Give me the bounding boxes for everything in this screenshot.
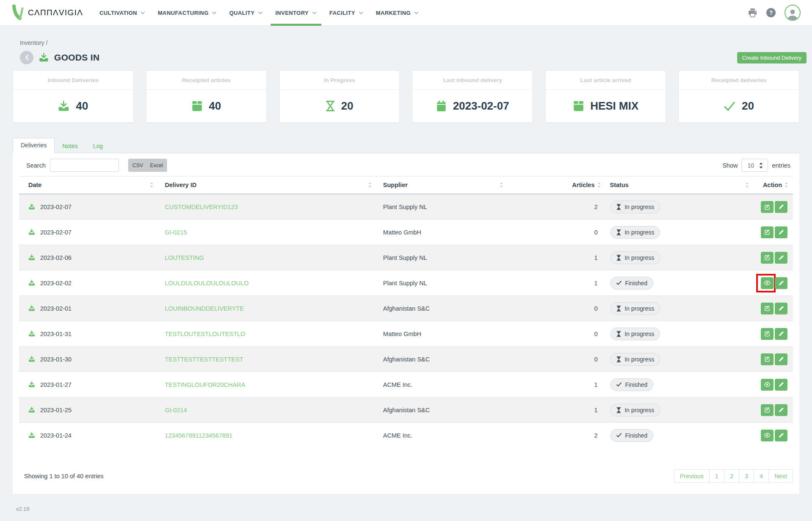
- edit-button[interactable]: [775, 277, 787, 289]
- status-label: Finished: [625, 432, 647, 439]
- column-header-articles[interactable]: Articles: [507, 176, 602, 194]
- receipt-button[interactable]: [761, 353, 774, 365]
- search-label: Search: [26, 162, 46, 169]
- delivery-id-link[interactable]: TESTTESTTESTTESTTEST: [165, 356, 243, 363]
- receipt-button[interactable]: [761, 201, 774, 213]
- sort-icon: [150, 182, 154, 188]
- pagination-next[interactable]: Next: [768, 469, 793, 483]
- stat-value: 40: [209, 99, 221, 113]
- status-label: In progress: [625, 229, 654, 236]
- column-header-action[interactable]: Action: [753, 176, 793, 194]
- tab-log[interactable]: Log: [85, 139, 110, 153]
- edit-button[interactable]: [775, 379, 787, 391]
- print-icon[interactable]: [748, 8, 757, 17]
- nav-quality[interactable]: QUALITY: [223, 0, 269, 26]
- status-label: In progress: [625, 331, 654, 337]
- tab-notes[interactable]: Notes: [55, 139, 85, 153]
- view-button[interactable]: [761, 430, 774, 441]
- delivery-date: 2023-02-02: [40, 280, 71, 287]
- leaf-icon: [11, 5, 24, 21]
- edit-button[interactable]: [775, 353, 787, 365]
- breadcrumb[interactable]: Inventory /: [20, 26, 799, 46]
- receipt-button[interactable]: [761, 328, 774, 340]
- delivery-id-link[interactable]: LOUINBOUNDDELIVERYTE: [165, 305, 244, 312]
- status-label: In progress: [625, 356, 654, 363]
- articles-cell: 2: [507, 423, 602, 448]
- nav-manufacturing[interactable]: MANUFACTURING: [151, 0, 223, 26]
- delivery-id-link[interactable]: GI-0214: [165, 407, 187, 413]
- pagination-page-4[interactable]: 4: [754, 469, 769, 483]
- delivery-id-link[interactable]: GI-0215: [165, 229, 187, 236]
- status-badge: In progress: [610, 328, 660, 340]
- csv-button[interactable]: CSV: [128, 159, 147, 172]
- nav-cultivation[interactable]: CULTIVATION: [93, 0, 151, 26]
- brand-logo[interactable]: CΛΠΠΛVIGIΛ: [11, 5, 83, 21]
- delivery-date: 2023-01-27: [40, 381, 71, 388]
- delivery-id-link[interactable]: 12345678911234567891: [165, 432, 233, 439]
- edit-button[interactable]: [775, 328, 787, 340]
- edit-button[interactable]: [775, 226, 787, 238]
- chevron-down-icon: [140, 11, 145, 14]
- stat-card-last-inbound-delivery: Last Inbound delivery 2023-02-07: [412, 70, 533, 123]
- table-row: 2023-01-31 TESTLOUTESTLOUTESTLO Matteo G…: [19, 321, 793, 347]
- articles-cell: 2: [507, 194, 602, 220]
- status-label: In progress: [625, 204, 654, 210]
- hourglass-icon: [616, 356, 621, 362]
- column-header-supplier[interactable]: Supplier: [376, 176, 507, 194]
- delivery-id-link[interactable]: TESTINGLOUFOR20CHARA: [165, 381, 245, 388]
- date-cell: 2023-01-31: [19, 321, 157, 347]
- date-cell: 2023-02-01: [19, 296, 157, 321]
- calendar-icon: [436, 101, 447, 112]
- pagination-page-2[interactable]: 2: [724, 469, 739, 483]
- edit-button[interactable]: [775, 303, 787, 314]
- main-nav: CULTIVATION MANUFACTURING QUALITY INVENT…: [93, 0, 425, 26]
- view-button[interactable]: [761, 379, 774, 391]
- nav-inventory[interactable]: INVENTORY: [269, 0, 323, 26]
- edit-button[interactable]: [775, 430, 787, 441]
- articles-cell: 0: [507, 321, 602, 347]
- search-input[interactable]: [50, 159, 119, 172]
- stat-label: Last Inbound delivery: [412, 71, 532, 90]
- hourglass-icon: [326, 100, 335, 112]
- stat-value: 20: [742, 99, 754, 113]
- articles-cell: 1: [507, 372, 602, 397]
- stat-value: 2023-02-07: [453, 99, 509, 113]
- nav-marketing[interactable]: MARKETING: [370, 0, 425, 26]
- table-row: 2023-02-06 LOUTESTING Plant Supply NL 1 …: [19, 245, 793, 270]
- receipt-button[interactable]: [761, 252, 774, 264]
- back-button[interactable]: [20, 51, 33, 64]
- tab-deliveries[interactable]: Deliveries: [13, 138, 55, 153]
- date-cell: 2023-02-07: [19, 220, 157, 245]
- receipt-button[interactable]: [761, 404, 774, 416]
- pagination-page-1[interactable]: 1: [709, 469, 724, 483]
- entries-summary: Showing 1 to 10 of 40 entries: [19, 473, 104, 480]
- view-button[interactable]: [761, 277, 774, 289]
- edit-button[interactable]: [775, 404, 787, 416]
- supplier-cell: Afghanistan S&C: [376, 397, 507, 423]
- receipt-button[interactable]: [761, 303, 774, 314]
- delivery-id-link[interactable]: TESTLOUTESTLOUTESTLO: [165, 331, 245, 337]
- receipt-button[interactable]: [761, 226, 774, 238]
- pagination-page-3[interactable]: 3: [739, 469, 754, 483]
- page-size-select[interactable]: 10: [741, 159, 768, 172]
- column-header-date[interactable]: Date: [19, 176, 157, 194]
- status-label: In progress: [625, 407, 654, 413]
- chevron-down-icon: [258, 11, 263, 14]
- delivery-id-link[interactable]: CUSTOMDELIVERYID123: [165, 204, 238, 210]
- box-icon: [192, 101, 203, 112]
- edit-button[interactable]: [775, 252, 787, 264]
- status-badge: Finished: [610, 378, 653, 391]
- create-inbound-delivery-button[interactable]: Create Inbound Delivery: [737, 52, 807, 63]
- avatar[interactable]: [785, 5, 801, 21]
- nav-facility[interactable]: FACILITY: [323, 0, 370, 26]
- edit-button[interactable]: [775, 201, 787, 213]
- excel-button[interactable]: Excel: [147, 159, 167, 172]
- column-header-status[interactable]: Status: [602, 176, 753, 194]
- column-header-delivery-id[interactable]: Delivery ID: [157, 176, 376, 194]
- pagination-previous[interactable]: Previous: [674, 469, 709, 483]
- deliveries-panel: Search CSV Excel Show 10 entries: [13, 153, 799, 494]
- status-label: In progress: [625, 254, 654, 261]
- delivery-id-link[interactable]: LOULOULOULOULOULOULO: [165, 280, 249, 287]
- help-icon[interactable]: ?: [766, 8, 776, 17]
- delivery-id-link[interactable]: LOUTESTING: [165, 254, 204, 261]
